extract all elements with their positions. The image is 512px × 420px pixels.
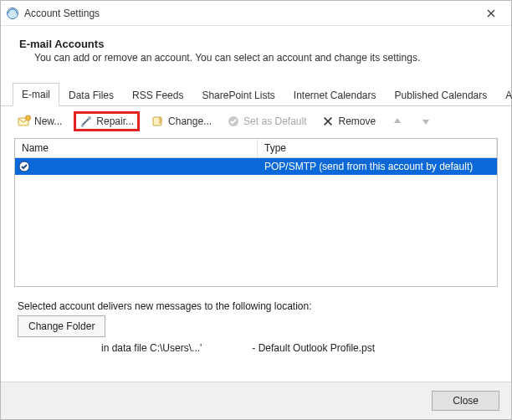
repair-icon <box>79 115 93 128</box>
tab-address-books[interactable]: Address Books <box>496 84 512 106</box>
default-account-icon <box>18 161 30 172</box>
titlebar: Account Settings <box>1 1 511 26</box>
tab-rss-feeds[interactable]: RSS Feeds <box>123 84 192 106</box>
header-subtitle: You can add or remove an account. You ca… <box>34 52 493 64</box>
remove-button-label: Remove <box>338 115 376 127</box>
check-circle-icon <box>227 115 240 128</box>
tab-published-calendars[interactable]: Published Calendars <box>386 84 497 106</box>
repair-button-label: Repair... <box>96 115 134 127</box>
change-button-label: Change... <box>168 115 212 127</box>
tabstrip: E-mail Data Files RSS Feeds SharePoint L… <box>1 82 511 106</box>
delivery-location-intro: Selected account delivers new messages t… <box>18 300 494 312</box>
window-title: Account Settings <box>24 8 474 19</box>
header-title: E-mail Accounts <box>19 38 493 50</box>
remove-icon <box>321 115 335 128</box>
close-button[interactable]: Close <box>432 391 499 411</box>
move-up-button <box>387 113 407 130</box>
remove-button[interactable]: Remove <box>318 113 379 130</box>
account-row[interactable]: POP/SMTP (send from this account by defa… <box>15 158 497 175</box>
accounts-list: Name Type POP/SMTP (send from this accou… <box>14 138 498 287</box>
delivery-path-left: in data file C:\Users\...' <box>101 342 202 354</box>
accounts-list-body: POP/SMTP (send from this account by defa… <box>15 158 497 286</box>
toolbar: New... Repair... Change... <box>1 106 511 136</box>
app-icon <box>6 7 19 20</box>
tab-internet-calendars[interactable]: Internet Calendars <box>284 84 386 106</box>
delivery-location-area: Selected account delivers new messages t… <box>1 295 511 359</box>
account-settings-window: Account Settings E-mail Accounts You can… <box>0 0 512 420</box>
change-icon <box>151 115 165 128</box>
tab-data-files[interactable]: Data Files <box>59 84 123 106</box>
svg-point-3 <box>88 116 91 120</box>
delivery-location-path: in data file C:\Users\...' - Default Out… <box>18 337 494 354</box>
repair-button[interactable]: Repair... <box>74 111 140 131</box>
change-button[interactable]: Change... <box>148 113 215 130</box>
column-header-type[interactable]: Type <box>258 139 497 157</box>
column-header-name[interactable]: Name <box>15 139 258 157</box>
new-mail-icon <box>18 115 31 128</box>
new-button-label: New... <box>34 115 62 127</box>
account-type: POP/SMTP (send from this account by defa… <box>258 161 497 172</box>
new-button[interactable]: New... <box>14 113 65 130</box>
set-default-button: Set as Default <box>223 113 310 130</box>
delivery-path-right: - Default Outlook Profile.pst <box>252 342 375 354</box>
move-down-button <box>416 113 436 130</box>
accounts-list-header: Name Type <box>15 139 497 158</box>
tab-sharepoint-lists[interactable]: SharePoint Lists <box>192 84 284 106</box>
tab-email[interactable]: E-mail <box>13 83 59 106</box>
arrow-up-icon <box>391 115 404 128</box>
arrow-down-icon <box>419 115 433 128</box>
svg-point-2 <box>26 115 31 120</box>
change-folder-button[interactable]: Change Folder <box>18 315 105 337</box>
dialog-footer: Close <box>1 382 511 419</box>
set-default-button-label: Set as Default <box>243 115 306 127</box>
header-area: E-mail Accounts You can add or remove an… <box>1 26 511 77</box>
window-close-button[interactable] <box>474 2 508 25</box>
